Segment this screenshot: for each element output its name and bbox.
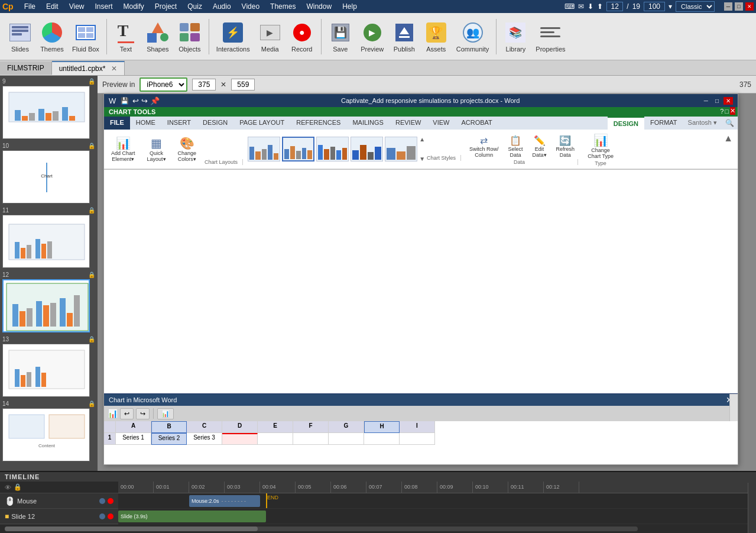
chart-style-2[interactable]: [282, 137, 314, 161]
slide-thumb-9[interactable]: 9🔒: [2, 78, 95, 139]
quick-layout-btn[interactable]: ▦ QuickLayout▾: [144, 135, 170, 163]
toolbar-themes[interactable]: Themes: [37, 15, 67, 58]
menu-project[interactable]: Project: [150, 1, 181, 12]
filmstrip-panel: 9🔒 10🔒: [0, 76, 98, 471]
tab-document[interactable]: untitled1.cpbx* ✕: [52, 61, 125, 75]
switch-row-column-btn[interactable]: ⇄ Switch Row/Column: [466, 134, 502, 159]
word-tab-review[interactable]: REVIEW: [390, 117, 427, 130]
minimize-button[interactable]: ─: [724, 2, 732, 11]
toolbar-community[interactable]: 👥 Community: [453, 15, 493, 58]
toolbar-preview[interactable]: Preview: [357, 15, 388, 58]
tab-filmstrip[interactable]: FILMSTRIP: [0, 62, 52, 75]
toolbar-assets[interactable]: 🏆 Assets: [421, 15, 452, 58]
toolbar-library[interactable]: 📚 Library: [500, 15, 531, 58]
slide-block[interactable]: Slide (3.9s): [118, 511, 266, 522]
scrollbar-h-track[interactable]: [5, 526, 638, 531]
current-slide-input[interactable]: 12: [606, 2, 623, 11]
menu-help[interactable]: Help: [338, 1, 362, 12]
chart-style-4[interactable]: [351, 137, 383, 161]
word-close-btn2[interactable]: ✕: [730, 107, 735, 115]
chart-style-1[interactable]: [248, 137, 280, 161]
word-search-btn[interactable]: 🔍: [722, 117, 738, 130]
chart-style-3[interactable]: [316, 137, 349, 161]
timeline-scrollbar-v[interactable]: [748, 483, 756, 533]
chart-style-5[interactable]: [385, 137, 417, 161]
tick-0003: 00:03: [225, 482, 260, 493]
word-tab-mailings[interactable]: MAILINGS: [346, 117, 390, 130]
slide-img-12: [2, 279, 90, 332]
zoom-input[interactable]: 100: [644, 2, 665, 11]
maximize-button[interactable]: □: [735, 2, 743, 11]
refresh-data-btn[interactable]: 🔄 RefreshData: [553, 134, 579, 159]
mini-col-d: D: [222, 421, 258, 464]
word-help-btn[interactable]: ?: [720, 108, 723, 115]
mini-tb-view[interactable]: 📊: [157, 408, 174, 419]
menu-insert[interactable]: Insert: [90, 1, 118, 12]
toolbar-text[interactable]: T Text: [111, 15, 141, 58]
device-select[interactable]: iPhone6 iPhone8 iPad Desktop: [139, 77, 187, 92]
word-tab-acrobat[interactable]: ACROBAT: [455, 117, 498, 130]
scrollbar-h-thumb: [5, 526, 258, 531]
chart-styles-label: Chart Styles: [427, 155, 461, 161]
word-tab-pagelayout[interactable]: PAGE LAYOUT: [233, 117, 290, 130]
edit-data-btn[interactable]: ✏️ EditData▾: [529, 134, 550, 159]
toolbar-fluidbox[interactable]: Fluid Box: [69, 15, 103, 58]
word-tab-file[interactable]: FILE: [104, 117, 130, 130]
word-close[interactable]: ✕: [723, 97, 733, 105]
ribbon-scroll-up[interactable]: ▲: [722, 132, 734, 145]
menu-edit[interactable]: Edit: [41, 1, 63, 12]
word-tab-chartdesign[interactable]: DESIGN: [608, 117, 644, 130]
width-input[interactable]: 375: [192, 79, 216, 91]
word-tab-insert[interactable]: INSERT: [161, 117, 197, 130]
slide-thumb-13[interactable]: 13🔒: [2, 336, 95, 397]
toolbar-record[interactable]: Record: [287, 15, 317, 58]
menu-audio[interactable]: Audio: [208, 1, 236, 12]
mini-tb-undo[interactable]: ↩: [120, 408, 134, 419]
change-colors-btn[interactable]: 🎨 ChangeColors▾: [174, 135, 200, 163]
toolbar-slides[interactable]: Slides: [5, 15, 35, 58]
slide-thumb-11[interactable]: 11🔒: [2, 207, 95, 268]
toolbar-media[interactable]: Media: [255, 15, 285, 58]
word-tab-references[interactable]: REFERENCES: [290, 117, 346, 130]
word-tab-format[interactable]: FORMAT: [644, 117, 683, 130]
toolbar-objects[interactable]: Objects: [174, 15, 205, 58]
toolbar-publish[interactable]: Publish: [389, 15, 420, 58]
word-maximize-btn2[interactable]: □: [725, 108, 729, 115]
tab-close-button[interactable]: ✕: [111, 64, 117, 73]
menu-file[interactable]: File: [20, 1, 40, 12]
tick-0006: 00:06: [331, 482, 366, 493]
word-tab-home[interactable]: HOME: [130, 117, 161, 130]
menu-view[interactable]: View: [64, 1, 89, 12]
close-button[interactable]: ✕: [745, 2, 754, 11]
slide-thumb-14[interactable]: 14🔒 Content: [2, 400, 95, 461]
slide-thumb-10[interactable]: 10🔒 Chart: [2, 143, 95, 203]
menu-video[interactable]: Video: [237, 1, 264, 12]
word-maximize[interactable]: □: [713, 97, 721, 105]
toolbar-properties[interactable]: Properties: [532, 15, 569, 58]
slide-thumb-12[interactable]: 12🔒: [2, 272, 95, 332]
height-input[interactable]: 559: [231, 79, 255, 91]
toolbar-shapes[interactable]: Shapes: [142, 15, 173, 58]
ribbon-content: 📊 Add ChartElement▾ ▦ QuickLayout▾ 🎨 Cha…: [104, 130, 738, 169]
select-data-btn[interactable]: 📋 SelectData: [505, 134, 527, 159]
toolbar-interactions[interactable]: ⚡ Interactions: [213, 15, 254, 58]
lock-icon: 🔒: [14, 483, 22, 491]
toolbar-save[interactable]: 💾 Save: [325, 15, 356, 58]
word-tab-design[interactable]: DESIGN: [197, 117, 233, 130]
mouse-block[interactable]: Mouse:2.0s - - - - - - - -: [189, 495, 260, 507]
menu-modify[interactable]: Modify: [119, 1, 149, 12]
mini-tb-redo[interactable]: ↪: [136, 408, 150, 419]
mode-select[interactable]: Classic: [676, 1, 715, 12]
word-tab-view[interactable]: VIEW: [427, 117, 455, 130]
word-minimize[interactable]: ─: [702, 97, 710, 105]
slide-track-controls: [99, 513, 113, 519]
community-icon: 👥: [461, 21, 485, 44]
add-chart-element-btn[interactable]: 📊 Add ChartElement▾: [108, 135, 139, 163]
change-chart-type-btn[interactable]: 📊 ChangeChart Type: [583, 132, 618, 160]
menu-themes[interactable]: Themes: [265, 1, 300, 12]
menu-window[interactable]: Window: [301, 1, 336, 12]
zoom-dropdown-icon[interactable]: ▾: [669, 2, 672, 11]
menu-quiz[interactable]: Quiz: [183, 1, 207, 12]
chart-styles-nav[interactable]: ▲ ▼: [419, 136, 425, 162]
shapes-icon: [146, 21, 170, 44]
